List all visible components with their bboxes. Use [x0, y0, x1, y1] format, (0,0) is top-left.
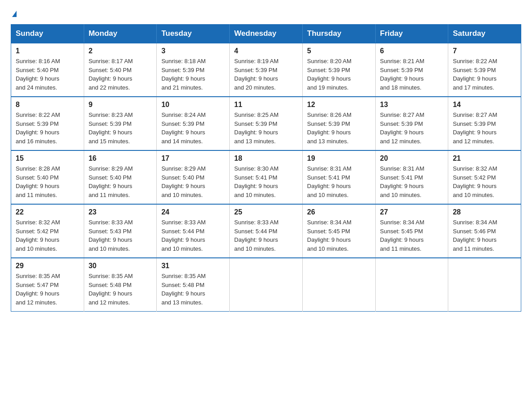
- day-number: 27: [380, 208, 444, 216]
- day-info: Sunrise: 8:33 AM Sunset: 5:43 PM Dayligh…: [89, 218, 152, 253]
- calendar-cell: 5 Sunrise: 8:20 AM Sunset: 5:39 PM Dayli…: [302, 43, 375, 97]
- day-number: 23: [89, 208, 152, 216]
- calendar-cell: 24 Sunrise: 8:33 AM Sunset: 5:44 PM Dayl…: [157, 204, 230, 258]
- day-info: Sunrise: 8:17 AM Sunset: 5:40 PM Dayligh…: [89, 57, 152, 92]
- week-row-3: 15 Sunrise: 8:28 AM Sunset: 5:40 PM Dayl…: [11, 150, 521, 204]
- calendar-cell: 16 Sunrise: 8:29 AM Sunset: 5:40 PM Dayl…: [84, 150, 157, 204]
- day-number: 24: [161, 208, 225, 216]
- calendar-cell: 30 Sunrise: 8:35 AM Sunset: 5:48 PM Dayl…: [84, 258, 157, 312]
- day-number: 14: [453, 101, 516, 109]
- day-number: 22: [16, 208, 79, 216]
- calendar-table: SundayMondayTuesdayWednesdayThursdayFrid…: [11, 24, 521, 312]
- day-number: 6: [380, 47, 444, 55]
- day-number: 29: [16, 262, 79, 270]
- day-info: Sunrise: 8:33 AM Sunset: 5:44 PM Dayligh…: [234, 218, 298, 253]
- day-info: Sunrise: 8:31 AM Sunset: 5:41 PM Dayligh…: [380, 164, 444, 199]
- header-row: SundayMondayTuesdayWednesdayThursdayFrid…: [11, 25, 521, 43]
- calendar-cell: 3 Sunrise: 8:18 AM Sunset: 5:39 PM Dayli…: [157, 43, 230, 97]
- day-number: 20: [380, 154, 444, 163]
- day-number: 21: [453, 154, 516, 163]
- day-number: 19: [307, 154, 371, 163]
- calendar-cell: 9 Sunrise: 8:23 AM Sunset: 5:39 PM Dayli…: [84, 97, 157, 150]
- header-tuesday: Tuesday: [157, 25, 230, 43]
- calendar-cell: 14 Sunrise: 8:27 AM Sunset: 5:39 PM Dayl…: [448, 97, 521, 150]
- day-info: Sunrise: 8:19 AM Sunset: 5:39 PM Dayligh…: [234, 57, 298, 92]
- day-info: Sunrise: 8:22 AM Sunset: 5:39 PM Dayligh…: [453, 57, 516, 92]
- day-info: Sunrise: 8:29 AM Sunset: 5:40 PM Dayligh…: [89, 164, 152, 199]
- calendar-cell: 19 Sunrise: 8:31 AM Sunset: 5:41 PM Dayl…: [302, 150, 375, 204]
- day-number: 15: [16, 154, 79, 163]
- calendar-cell: 12 Sunrise: 8:26 AM Sunset: 5:39 PM Dayl…: [302, 97, 375, 150]
- calendar-cell: 26 Sunrise: 8:34 AM Sunset: 5:45 PM Dayl…: [302, 204, 375, 258]
- calendar-cell: 10 Sunrise: 8:24 AM Sunset: 5:39 PM Dayl…: [157, 97, 230, 150]
- calendar-cell: 21 Sunrise: 8:32 AM Sunset: 5:42 PM Dayl…: [448, 150, 521, 204]
- day-info: Sunrise: 8:32 AM Sunset: 5:42 PM Dayligh…: [453, 164, 516, 199]
- day-info: Sunrise: 8:32 AM Sunset: 5:42 PM Dayligh…: [16, 218, 79, 253]
- header-friday: Friday: [375, 25, 448, 43]
- day-number: 18: [234, 154, 298, 163]
- calendar-cell: 22 Sunrise: 8:32 AM Sunset: 5:42 PM Dayl…: [11, 204, 84, 258]
- day-number: 9: [89, 101, 152, 109]
- header-wednesday: Wednesday: [230, 25, 303, 43]
- calendar-body: 1 Sunrise: 8:16 AM Sunset: 5:40 PM Dayli…: [11, 43, 521, 312]
- week-row-2: 8 Sunrise: 8:22 AM Sunset: 5:39 PM Dayli…: [11, 97, 521, 150]
- day-number: 17: [161, 154, 225, 163]
- week-row-1: 1 Sunrise: 8:16 AM Sunset: 5:40 PM Dayli…: [11, 43, 521, 97]
- week-row-5: 29 Sunrise: 8:35 AM Sunset: 5:47 PM Dayl…: [11, 258, 521, 312]
- day-number: 25: [234, 208, 298, 216]
- calendar-cell: 27 Sunrise: 8:34 AM Sunset: 5:45 PM Dayl…: [375, 204, 448, 258]
- day-info: Sunrise: 8:18 AM Sunset: 5:39 PM Dayligh…: [161, 57, 225, 92]
- calendar-cell: [230, 258, 303, 312]
- day-info: Sunrise: 8:28 AM Sunset: 5:40 PM Dayligh…: [16, 164, 79, 199]
- calendar-cell: 6 Sunrise: 8:21 AM Sunset: 5:39 PM Dayli…: [375, 43, 448, 97]
- calendar-cell: 18 Sunrise: 8:30 AM Sunset: 5:41 PM Dayl…: [230, 150, 303, 204]
- day-info: Sunrise: 8:27 AM Sunset: 5:39 PM Dayligh…: [453, 111, 516, 146]
- day-number: 30: [89, 262, 152, 270]
- day-info: Sunrise: 8:26 AM Sunset: 5:39 PM Dayligh…: [307, 111, 371, 146]
- calendar-cell: 4 Sunrise: 8:19 AM Sunset: 5:39 PM Dayli…: [230, 43, 303, 97]
- calendar-cell: 25 Sunrise: 8:33 AM Sunset: 5:44 PM Dayl…: [230, 204, 303, 258]
- day-info: Sunrise: 8:31 AM Sunset: 5:41 PM Dayligh…: [307, 164, 371, 199]
- calendar-cell: 20 Sunrise: 8:31 AM Sunset: 5:41 PM Dayl…: [375, 150, 448, 204]
- day-info: Sunrise: 8:34 AM Sunset: 5:45 PM Dayligh…: [307, 218, 371, 253]
- calendar-cell: [448, 258, 521, 312]
- week-row-4: 22 Sunrise: 8:32 AM Sunset: 5:42 PM Dayl…: [11, 204, 521, 258]
- header-saturday: Saturday: [448, 25, 521, 43]
- day-number: 7: [453, 47, 516, 55]
- day-number: 11: [234, 101, 298, 109]
- day-number: 8: [16, 101, 79, 109]
- calendar-cell: 1 Sunrise: 8:16 AM Sunset: 5:40 PM Dayli…: [11, 43, 84, 97]
- calendar-cell: 15 Sunrise: 8:28 AM Sunset: 5:40 PM Dayl…: [11, 150, 84, 204]
- calendar-cell: 28 Sunrise: 8:34 AM Sunset: 5:46 PM Dayl…: [448, 204, 521, 258]
- header-thursday: Thursday: [302, 25, 375, 43]
- calendar-cell: [375, 258, 448, 312]
- day-number: 13: [380, 101, 444, 109]
- day-info: Sunrise: 8:35 AM Sunset: 5:48 PM Dayligh…: [161, 272, 225, 307]
- day-number: 26: [307, 208, 371, 216]
- day-info: Sunrise: 8:33 AM Sunset: 5:44 PM Dayligh…: [161, 218, 225, 253]
- calendar-cell: 2 Sunrise: 8:17 AM Sunset: 5:40 PM Dayli…: [84, 43, 157, 97]
- day-number: 12: [307, 101, 371, 109]
- day-info: Sunrise: 8:35 AM Sunset: 5:47 PM Dayligh…: [16, 272, 79, 307]
- day-info: Sunrise: 8:16 AM Sunset: 5:40 PM Dayligh…: [16, 57, 79, 92]
- calendar-cell: 11 Sunrise: 8:25 AM Sunset: 5:39 PM Dayl…: [230, 97, 303, 150]
- day-number: 4: [234, 47, 298, 55]
- day-number: 16: [89, 154, 152, 163]
- day-info: Sunrise: 8:29 AM Sunset: 5:40 PM Dayligh…: [161, 164, 225, 199]
- page-header: [11, 11, 521, 17]
- calendar-cell: 31 Sunrise: 8:35 AM Sunset: 5:48 PM Dayl…: [157, 258, 230, 312]
- day-number: 2: [89, 47, 152, 55]
- day-number: 1: [16, 47, 79, 55]
- day-info: Sunrise: 8:27 AM Sunset: 5:39 PM Dayligh…: [380, 111, 444, 146]
- calendar-cell: 8 Sunrise: 8:22 AM Sunset: 5:39 PM Dayli…: [11, 97, 84, 150]
- header-monday: Monday: [84, 25, 157, 43]
- calendar-cell: 29 Sunrise: 8:35 AM Sunset: 5:47 PM Dayl…: [11, 258, 84, 312]
- header-sunday: Sunday: [11, 25, 84, 43]
- calendar-header: SundayMondayTuesdayWednesdayThursdayFrid…: [11, 25, 521, 43]
- day-number: 10: [161, 101, 225, 109]
- calendar-cell: 17 Sunrise: 8:29 AM Sunset: 5:40 PM Dayl…: [157, 150, 230, 204]
- calendar-cell: [302, 258, 375, 312]
- calendar-cell: 13 Sunrise: 8:27 AM Sunset: 5:39 PM Dayl…: [375, 97, 448, 150]
- day-info: Sunrise: 8:21 AM Sunset: 5:39 PM Dayligh…: [380, 57, 444, 92]
- day-number: 31: [161, 262, 225, 270]
